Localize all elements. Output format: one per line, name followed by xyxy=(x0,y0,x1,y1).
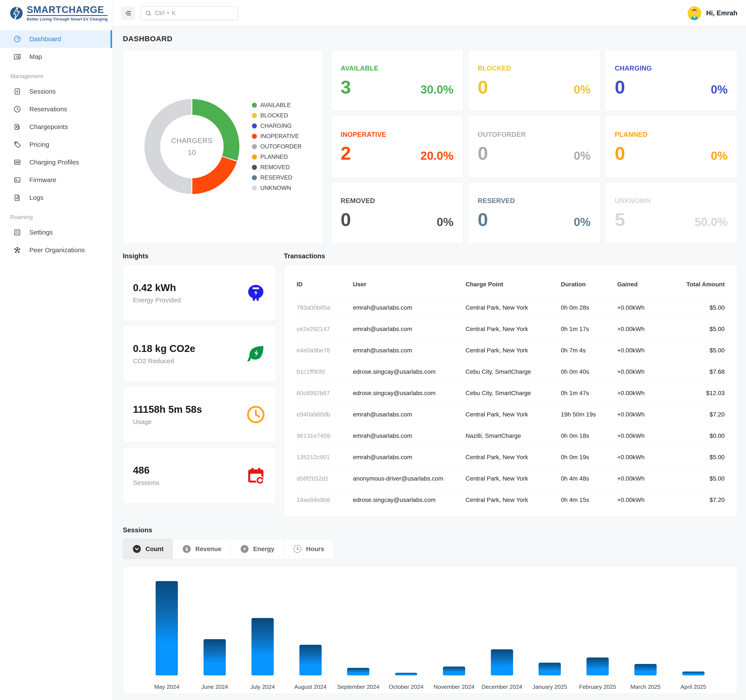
dashboard-gauge-icon xyxy=(14,35,21,43)
list-card-icon xyxy=(14,158,21,166)
tab-revenue[interactable]: $ Revenue xyxy=(173,539,230,559)
status-count: 0 xyxy=(478,145,488,162)
status-card-removed: REMOVED 00% xyxy=(331,182,463,243)
logo-bolt-icon xyxy=(9,6,23,20)
bar-october-2024 xyxy=(395,673,417,675)
legend-item: REMOVED xyxy=(252,164,302,171)
insights-title: Insights xyxy=(123,252,276,260)
sessions-tabs: Count $ Revenue Energy Hours xyxy=(123,539,334,559)
status-percent: 0% xyxy=(574,149,591,162)
table-row: d58f2b52d1anonymous-driver@usarlabs.comC… xyxy=(294,468,727,490)
calendar-refresh-icon xyxy=(246,465,266,485)
bolt-circle-icon xyxy=(240,544,249,554)
status-card-unknown: UNKNOWN 550.0% xyxy=(605,182,737,243)
legend-item: OUTOFORDER xyxy=(252,143,302,150)
x-tick-label: August 2024 xyxy=(286,683,334,690)
bar-february-2025 xyxy=(587,658,609,675)
organization-building-icon xyxy=(14,228,21,236)
chargers-overview-section: CHARGERS 10 AVAILABLE BLOCKED CHARGING I… xyxy=(123,50,737,243)
usage-clock-icon xyxy=(246,404,266,425)
legend-dot xyxy=(252,113,257,118)
sidebar-item-sessions[interactable]: Sessions xyxy=(0,83,112,100)
sidebar-item-pricing[interactable]: Pricing xyxy=(0,136,112,153)
table-row: 14ae84e8b6edrose.singcay@usarlabs.comCen… xyxy=(294,490,727,511)
sidebar-item-chargepoints[interactable]: Chargepoints xyxy=(0,118,112,136)
status-count: 0 xyxy=(478,79,488,95)
logo[interactable]: SMARTCHARGE Better Living Through Smart … xyxy=(0,0,112,26)
legend-dot xyxy=(252,186,257,191)
insights-column: Insights 0.42 kWh Energy Provided xyxy=(123,252,276,503)
charging-station-icon xyxy=(14,123,21,131)
sidebar-item-charging-profiles[interactable]: Charging Profiles xyxy=(0,153,112,171)
collapse-sidebar-button[interactable] xyxy=(121,6,135,20)
legend-item: PLANNED xyxy=(252,154,302,160)
status-percent: 0% xyxy=(574,83,591,96)
sessions-title: Sessions xyxy=(123,526,737,534)
table-row: 793a00b85aemrah@usarlabs.comCentral Park… xyxy=(294,297,727,318)
dashed-clock-icon xyxy=(293,544,302,554)
table-header-row: ID User Charge Point Duration Gained Tot… xyxy=(294,270,727,297)
table-row: e940a960dbemrah@usarlabs.comCentral Park… xyxy=(294,404,727,425)
col-header-id: ID xyxy=(294,270,350,297)
bar-may-2024 xyxy=(156,581,178,675)
bar-april-2025 xyxy=(682,671,705,675)
sessions-document-bolt-icon xyxy=(14,88,21,95)
transactions-column: Transactions ID User Charge Point Durati… xyxy=(284,252,737,517)
avatar xyxy=(687,6,701,20)
sessions-bar-chart: May 2024 June 2024 July 2024 August 2024… xyxy=(123,566,737,694)
tab-hours[interactable]: Hours xyxy=(283,539,333,559)
tab-energy[interactable]: Energy xyxy=(230,539,283,559)
chevron-down-circle-icon xyxy=(132,544,141,554)
status-card-planned: PLANNED 00% xyxy=(605,116,737,177)
status-count: 0 xyxy=(615,145,625,162)
x-tick-label: March 2025 xyxy=(622,683,669,690)
col-header-charge-point: Charge Point xyxy=(463,270,558,297)
sidebar-item-logs[interactable]: Logs xyxy=(0,189,112,206)
insights-transactions-section: Insights 0.42 kWh Energy Provided xyxy=(123,252,737,517)
status-card-available: AVAILABLE 330.0% xyxy=(331,50,463,111)
plug-energy-icon xyxy=(246,283,266,303)
x-axis-labels: May 2024 June 2024 July 2024 August 2024… xyxy=(143,683,717,690)
map-search-icon xyxy=(14,53,21,61)
table-row: 135212c901emrah@usarlabs.comCentral Park… xyxy=(294,447,727,468)
status-count: 3 xyxy=(341,79,351,95)
sidebar-nav: Dashboard Map Management Sessions Reserv… xyxy=(0,26,112,259)
sidebar-item-peer-organizations[interactable]: Peer Organizations xyxy=(0,241,112,259)
sidebar-item-settings[interactable]: Settings xyxy=(0,224,112,241)
sidebar: SMARTCHARGE Better Living Through Smart … xyxy=(0,0,112,700)
dollar-circle-icon: $ xyxy=(182,544,191,554)
search-box[interactable] xyxy=(140,6,238,20)
price-tag-icon xyxy=(14,141,21,149)
sidebar-item-label: Charging Profiles xyxy=(29,159,79,166)
tab-count[interactable]: Count xyxy=(123,539,173,559)
sidebar-item-label: Settings xyxy=(29,229,53,236)
table-row: 96131e7459emrah@usarlabs.comNazilli, Sma… xyxy=(294,425,727,447)
legend-dot xyxy=(252,123,257,128)
leaf-energy-icon xyxy=(246,344,266,364)
transactions-title: Transactions xyxy=(284,252,737,260)
status-card-outoforder: OUTOFORDER 00% xyxy=(468,116,600,177)
sidebar-item-map[interactable]: Map xyxy=(0,48,112,66)
main-content: DASHBOARD CHARGERS 10 AVAILABLE BLOCKED … xyxy=(113,26,746,700)
sessions-section: Sessions Count $ Revenue Energy Hours xyxy=(123,526,737,694)
terminal-icon xyxy=(14,176,21,184)
logo-tagline: Better Living Through Smart EV Charging xyxy=(27,17,108,22)
sidebar-item-dashboard[interactable]: Dashboard xyxy=(0,30,112,48)
legend-item: INOPERATIVE xyxy=(252,133,302,140)
chargers-donut-card: CHARGERS 10 AVAILABLE BLOCKED CHARGING I… xyxy=(123,50,323,243)
topbar: Hi, Emrah xyxy=(113,0,746,26)
x-tick-label: February 2025 xyxy=(574,683,622,690)
user-menu[interactable]: Hi, Emrah xyxy=(687,6,737,20)
sidebar-item-label: Reservations xyxy=(29,105,67,113)
insight-card-co2-reduced: 0.18 kg CO2e CO2 Reduced xyxy=(123,326,276,382)
bar-august-2024 xyxy=(299,645,322,675)
status-percent: 20.0% xyxy=(421,149,454,162)
status-count: 0 xyxy=(615,79,625,95)
bar-july-2024 xyxy=(251,618,274,675)
search-input[interactable] xyxy=(155,9,234,17)
sidebar-item-firmware[interactable]: Firmware xyxy=(0,171,112,189)
col-header-duration: Duration xyxy=(558,270,615,297)
status-percent: 0% xyxy=(711,83,728,96)
col-header-total-amount: Total Amount xyxy=(666,270,727,297)
sidebar-item-reservations[interactable]: Reservations xyxy=(0,100,112,118)
